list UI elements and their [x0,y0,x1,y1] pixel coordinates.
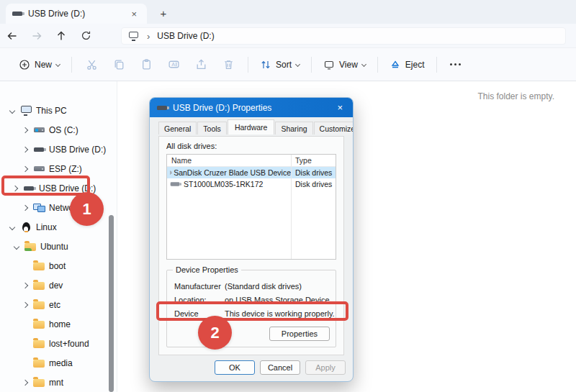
eject-button[interactable]: Eject [384,55,431,75]
folder-icon [33,301,45,309]
rename-button[interactable]: A [160,58,187,70]
ok-button[interactable]: OK [215,360,255,375]
copy-button[interactable] [105,58,132,70]
view-icon [323,59,335,70]
sidebar-item-dev[interactable]: dev [0,275,117,295]
list-row-sandisk[interactable]: SanDisk Cruzer Blade USB Device Disk dri… [167,167,336,178]
field-manufacturer: Manufacturer (Standard disk drives) [167,279,336,293]
sidebar-item-os-c[interactable]: OS (C:) [0,120,117,140]
chevron-collapsed-icon[interactable] [22,282,28,288]
sidebar-item-mnt[interactable]: mnt [0,373,117,392]
more-options-button[interactable] [450,63,461,65]
refresh-button[interactable] [73,30,98,41]
address-bar[interactable]: › USB Drive (D:) [121,27,566,45]
new-tab-button[interactable]: + [156,5,171,21]
sidebar-item-media[interactable]: media [0,353,117,373]
tab-hardware[interactable]: Hardware [228,119,275,135]
disk-drives-list[interactable]: Name Type SanDisk Cruzer Blade USB Devic… [166,154,336,260]
command-toolbar: New A Sort View Eject [0,47,576,81]
usb-drive-icon [12,12,22,16]
empty-folder-message: This folder is empty. [478,91,554,101]
up-button[interactable] [49,30,73,42]
folder-icon [33,282,45,290]
chevron-expanded-icon[interactable] [9,224,15,229]
folder-icon [33,340,45,348]
drive-name: ST1000LM035-1RK172 [184,180,263,188]
dialog-footer: OK Cancel Apply [150,354,353,381]
sidebar-item-usb-drive-d[interactable]: USB Drive (D:) [0,140,117,159]
column-divider[interactable] [291,155,292,259]
usb-drive-icon [157,106,167,110]
chevron-collapsed-icon[interactable] [22,165,28,171]
tab-close-icon[interactable]: × [127,8,140,20]
sort-button-label: Sort [276,60,292,70]
cut-button[interactable] [78,58,105,70]
drive-name: SanDisk Cruzer Blade USB Device [174,168,291,177]
tab-title: USB Drive (D:) [28,9,127,19]
toolbar-divider [377,57,378,73]
view-button[interactable]: View [318,55,372,75]
window-tab-bar: USB Drive (D:) × + [0,0,576,24]
chevron-collapsed-icon[interactable] [22,204,28,210]
tab-customize[interactable]: Customize [314,122,354,135]
properties-dialog: USB Drive (D:) Properties × General Tool… [149,97,354,382]
sidebar-item-boot[interactable]: boot [0,256,117,275]
groupbox-label: Device Properties [173,265,241,274]
tab-sharing[interactable]: Sharing [275,122,312,135]
sidebar-scrollbar[interactable] [109,215,114,392]
linux-penguin-icon [22,222,30,232]
column-header-type[interactable]: Type [291,156,312,165]
new-button[interactable]: New [13,55,66,75]
sidebar-item-this-pc[interactable]: This PC [0,101,117,120]
cancel-button[interactable]: Cancel [260,360,300,375]
all-disk-drives-label: All disk drives: [166,142,217,150]
folder-icon [33,321,45,329]
eject-icon [390,59,401,70]
properties-button[interactable]: Properties [269,327,330,341]
tab-general[interactable]: General [158,122,197,135]
chevron-expanded-icon[interactable] [14,243,19,249]
list-row-st1000[interactable]: ST1000LM035-1RK172 Disk drives [167,178,336,190]
sort-arrows-icon [260,59,271,70]
tab-tools[interactable]: Tools [197,122,227,135]
field-label: Manufacturer [174,282,225,291]
eject-button-label: Eject [405,60,425,70]
annotation-box-sidebar-usb [1,176,90,196]
folder-icon [33,360,45,368]
chevron-down-icon [295,62,300,67]
breadcrumb-chevron-icon: › [147,31,150,42]
chevron-collapsed-icon[interactable] [22,379,28,385]
explorer-tab[interactable]: USB Drive (D:) × [6,4,147,24]
esp-drive-icon [34,166,45,171]
paste-button[interactable] [132,58,160,70]
view-button-label: View [339,60,358,70]
chevron-collapsed-icon[interactable] [22,301,28,307]
svg-text:A: A [171,61,175,68]
sidebar-item-ubuntu[interactable]: Ubuntu [0,237,117,256]
list-header: Name Type [167,155,336,167]
sidebar-item-lost-found[interactable]: lost+found [0,334,117,353]
chevron-collapsed-icon[interactable] [22,146,28,152]
chevron-collapsed-icon[interactable] [22,127,28,132]
delete-button[interactable] [215,58,242,70]
drive-type: Disk drives [291,168,332,177]
sort-button[interactable]: Sort [254,55,305,75]
usb-drive-icon [34,147,44,152]
dialog-tab-strip: General Tools Hardware Sharing Customize [158,122,353,135]
apply-button[interactable]: Apply [305,360,346,375]
chevron-expanded-icon[interactable] [9,107,15,113]
toolbar-divider [311,57,312,73]
column-header-name[interactable]: Name [167,156,291,165]
back-button[interactable] [0,30,24,42]
drive-type: Disk drives [291,180,332,188]
this-pc-icon [129,32,138,38]
share-button[interactable] [187,58,215,70]
chevron-down-icon [361,62,366,67]
sidebar-item-etc[interactable]: etc [0,295,117,314]
plus-circle-icon [19,59,30,70]
os-drive-icon [34,127,45,132]
dialog-close-icon[interactable]: × [334,102,346,113]
forward-button[interactable] [24,30,49,42]
dialog-titlebar[interactable]: USB Drive (D:) Properties × [150,98,353,117]
sidebar-item-home[interactable]: home [0,314,117,334]
